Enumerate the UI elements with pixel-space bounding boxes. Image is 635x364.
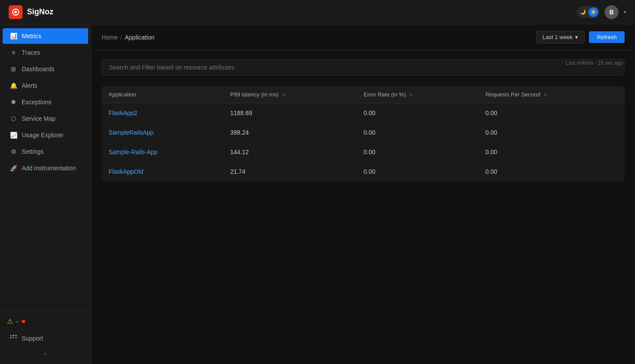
col-error-rate[interactable]: Error Rate (in %) ⇅ <box>357 86 479 103</box>
error-rate-cell: 0.00 <box>357 123 479 142</box>
metrics-icon: 📊 <box>10 33 17 40</box>
table-row: FlaskApp2 1188.69 0.00 0.00 <box>102 103 625 123</box>
col-p99-latency[interactable]: P99 latency (in ms) ⇅ <box>223 86 357 103</box>
table-area: Application P99 latency (in ms) ⇅ Error … <box>91 80 635 364</box>
main-layout: 📊 Metrics ≡ Traces ⊞ Dashboards 🔔 Alerts… <box>0 24 635 364</box>
avatar-chevron-icon[interactable]: ▾ <box>624 9 626 15</box>
svg-rect-7 <box>15 337 17 338</box>
sidebar-item-label: Usage Explorer <box>22 132 64 139</box>
sort-icon-rps: ⇅ <box>544 93 547 97</box>
sidebar-item-exceptions[interactable]: ✱ Exceptions <box>3 94 88 110</box>
sidebar-item-label: Dashboards <box>22 66 55 73</box>
rps-cell: 0.00 <box>479 142 625 162</box>
app-name-cell[interactable]: Sample-Rails-App <box>102 142 223 162</box>
breadcrumb-current: Application <box>125 34 155 41</box>
sidebar-item-label: Add instrumentation <box>22 165 76 172</box>
sidebar-item-label: Settings <box>22 148 44 155</box>
time-chevron-icon: ▾ <box>575 34 578 40</box>
settings-icon: ⚙ <box>10 148 17 155</box>
sidebar-collapse-button[interactable]: < <box>0 347 91 361</box>
logo-text: SigNoz <box>27 7 53 17</box>
content-header: Home / Application Last 1 week ▾ Refresh <box>91 24 635 50</box>
svg-rect-4 <box>10 337 12 338</box>
col-rps[interactable]: Requests Per Second ⇅ <box>479 86 625 103</box>
table-header-row: Application P99 latency (in ms) ⇅ Error … <box>102 86 625 103</box>
time-selector-button[interactable]: Last 1 week ▾ <box>536 31 585 43</box>
theme-toggle-button[interactable]: 🌙 ☀️ <box>577 7 599 18</box>
sidebar-item-support[interactable]: Support <box>3 329 88 347</box>
svg-rect-6 <box>15 335 17 336</box>
p99-latency-cell: 1188.69 <box>223 103 357 123</box>
breadcrumb-separator: / <box>120 34 122 41</box>
svg-point-1 <box>14 11 17 13</box>
support-icon <box>10 334 17 343</box>
logo-icon <box>9 5 23 19</box>
breadcrumb: Home / Application <box>102 34 155 41</box>
error-rate-cell: 0.00 <box>357 142 479 162</box>
p99-latency-cell: 21.74 <box>223 162 357 182</box>
usage-explorer-icon: 📈 <box>10 132 17 139</box>
sort-icon-error: ⇅ <box>409 93 413 97</box>
collapse-icon: < <box>44 351 47 357</box>
sidebar-item-service-map[interactable]: ⬡ Service Map <box>3 111 88 126</box>
topbar-right: 🌙 ☀️ B ▾ <box>577 5 626 19</box>
p99-latency-cell: 398.24 <box>223 123 357 142</box>
header-actions: Last 1 week ▾ Refresh <box>536 31 625 43</box>
sidebar-item-usage-explorer[interactable]: 📈 Usage Explorer <box>3 127 88 143</box>
breadcrumb-home[interactable]: Home <box>102 34 118 41</box>
app-name-cell[interactable]: SampleRailsApp <box>102 123 223 142</box>
sidebar-status-row: ⚠ -- <box>0 314 91 329</box>
search-input[interactable] <box>102 59 625 76</box>
sidebar-item-settings[interactable]: ⚙ Settings <box>3 144 88 159</box>
sidebar-item-label: Exceptions <box>22 99 51 106</box>
applications-table: Application P99 latency (in ms) ⇅ Error … <box>102 86 625 181</box>
warning-icon: ⚠ <box>7 317 13 325</box>
service-map-icon: ⬡ <box>10 115 17 122</box>
add-instrumentation-icon: 🚀 <box>10 165 17 172</box>
time-selector-label: Last 1 week <box>542 34 572 40</box>
sidebar-item-alerts[interactable]: 🔔 Alerts <box>3 78 88 93</box>
avatar-button[interactable]: B <box>605 5 618 19</box>
toggle-knob: ☀️ <box>589 7 598 17</box>
svg-rect-2 <box>10 335 12 336</box>
sidebar-item-label: Support <box>22 335 43 342</box>
p99-latency-cell: 144.12 <box>223 142 357 162</box>
error-rate-cell: 0.00 <box>357 103 479 123</box>
rps-cell: 0.00 <box>479 162 625 182</box>
col-application: Application <box>102 86 223 103</box>
svg-rect-3 <box>13 335 14 336</box>
sidebar-item-label: Traces <box>22 49 40 56</box>
sidebar-item-dashboards[interactable]: ⊞ Dashboards <box>3 61 88 77</box>
sidebar-item-add-instrumentation[interactable]: 🚀 Add instrumentation <box>3 160 88 176</box>
topbar: SigNoz 🌙 ☀️ B ▾ <box>0 0 635 24</box>
sidebar-item-metrics[interactable]: 📊 Metrics <box>3 28 88 44</box>
table-row: SampleRailsApp 398.24 0.00 0.00 <box>102 123 625 142</box>
sidebar-item-label: Metrics <box>22 33 41 40</box>
last-refresh-text: Last refresh - 10 sec ago <box>566 60 623 66</box>
status-dash: -- <box>16 318 19 324</box>
traces-icon: ≡ <box>10 49 17 56</box>
sidebar-item-label: Service Map <box>22 115 56 122</box>
dashboards-icon: ⊞ <box>10 66 17 73</box>
status-dot <box>22 320 25 323</box>
logo-area: SigNoz <box>9 5 53 19</box>
sidebar-item-traces[interactable]: ≡ Traces <box>3 45 88 60</box>
table-row: FlaskAppOld 21.74 0.00 0.00 <box>102 162 625 182</box>
refresh-button[interactable]: Refresh <box>589 31 625 43</box>
content-area: Home / Application Last 1 week ▾ Refresh… <box>91 24 635 364</box>
sidebar: 📊 Metrics ≡ Traces ⊞ Dashboards 🔔 Alerts… <box>0 24 91 364</box>
table-row: Sample-Rails-App 144.12 0.00 0.00 <box>102 142 625 162</box>
svg-rect-5 <box>13 337 14 338</box>
sidebar-item-label: Alerts <box>22 82 37 89</box>
search-area <box>91 50 635 80</box>
rps-cell: 0.00 <box>479 123 625 142</box>
exceptions-icon: ✱ <box>10 99 17 106</box>
error-rate-cell: 0.00 <box>357 162 479 182</box>
app-name-cell[interactable]: FlaskAppOld <box>102 162 223 182</box>
sort-icon-p99: ⇅ <box>282 93 285 97</box>
moon-icon: 🌙 <box>580 9 586 15</box>
rps-cell: 0.00 <box>479 103 625 123</box>
alerts-icon: 🔔 <box>10 82 17 89</box>
sidebar-bottom: ⚠ -- Support < <box>0 310 91 361</box>
app-name-cell[interactable]: FlaskApp2 <box>102 103 223 123</box>
